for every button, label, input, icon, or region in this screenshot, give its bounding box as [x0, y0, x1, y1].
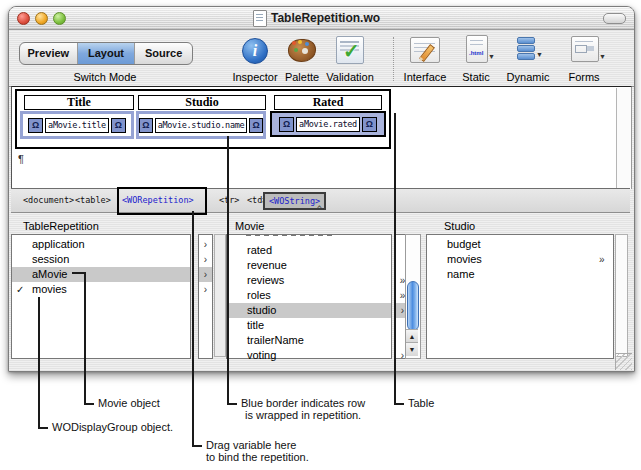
- static-label: Static: [453, 71, 499, 83]
- table-header-rated[interactable]: Rated: [274, 95, 382, 110]
- html-badge: .html: [469, 50, 483, 56]
- repetition-cell-rated-selected[interactable]: Ω aMovie.rated Ω: [270, 111, 386, 137]
- callout-line-wodisplaygroup: [38, 297, 48, 429]
- table-header-studio[interactable]: Studio: [138, 95, 266, 110]
- document-scrollbar-track[interactable]: [616, 88, 631, 188]
- list-item: session: [12, 252, 190, 267]
- movie-scrollbar[interactable]: ▲ ▼: [405, 234, 421, 359]
- segment-source[interactable]: Source: [135, 43, 192, 64]
- list-item: title: [227, 318, 391, 333]
- list-item: revenue: [227, 258, 391, 273]
- inspector-icon[interactable]: i: [242, 38, 268, 64]
- paragraph-mark: ¶: [18, 153, 24, 165]
- list-item: application: [12, 237, 190, 252]
- zoom-button[interactable]: [53, 12, 66, 25]
- interface-label: Interface: [399, 71, 451, 83]
- path-table[interactable]: <table>: [75, 195, 111, 205]
- wostring-element-icon[interactable]: Ω: [111, 118, 126, 133]
- callout-label: Movie object: [98, 397, 160, 409]
- callout-line-table: [394, 113, 404, 405]
- studio-list[interactable]: budget movies » name: [426, 234, 614, 359]
- binding-studio-name[interactable]: aMovie.studio.name: [155, 118, 248, 133]
- switch-mode-label: Switch Mode: [19, 71, 191, 83]
- toolbar-pill-button[interactable]: [603, 13, 626, 24]
- segment-layout[interactable]: Layout: [78, 43, 136, 64]
- wostring-element-icon[interactable]: Ω: [28, 118, 43, 133]
- movie-list[interactable]: rated revenue reviews roles studio title…: [226, 234, 392, 359]
- app-window: TableRepetition.wo Preview Layout Source…: [8, 6, 635, 372]
- static-icon[interactable]: .html ▼: [466, 35, 488, 63]
- column1-scrollbar-track[interactable]: [214, 234, 226, 357]
- window-bottom-band: [9, 357, 634, 371]
- palette-icon[interactable]: [288, 37, 315, 62]
- validation-label: Validation: [319, 71, 381, 83]
- dynamic-label: Dynamic: [501, 71, 555, 83]
- dynamic-icon[interactable]: ▼: [513, 36, 541, 61]
- wostring-element-icon[interactable]: Ω: [139, 118, 153, 133]
- inspector-label: Inspector: [227, 71, 283, 83]
- document-icon: [253, 10, 267, 27]
- list-item-selected: aMovie: [12, 267, 190, 282]
- chevron-down-icon: ▼: [599, 53, 606, 60]
- window-title: TableRepetition.wo: [271, 11, 380, 25]
- callout-label: Blue border indicates rowis wrapped in r…: [241, 397, 365, 421]
- list-item: movies »: [427, 252, 613, 267]
- screenshot-stage: TableRepetition.wo Preview Layout Source…: [0, 0, 641, 470]
- list-item: ✓movies: [12, 282, 190, 297]
- paint-dot-blue: [305, 42, 309, 46]
- studio-scrollbar-track[interactable]: [615, 234, 628, 357]
- repetition-cell-title[interactable]: Ω aMovie.title Ω: [20, 111, 134, 139]
- list-item: name: [427, 267, 613, 282]
- to-many-arrow: »: [599, 252, 605, 267]
- list-item: rated: [227, 243, 391, 258]
- table-header-title[interactable]: Title: [24, 95, 134, 110]
- palette-thumb-hole: [302, 48, 308, 54]
- callout-label: Drag variable hereto bind the repetition…: [206, 439, 309, 463]
- list-item: trailerName: [227, 333, 391, 348]
- list-item: budget: [427, 237, 613, 252]
- binding-rated[interactable]: aMovie.rated: [296, 117, 360, 132]
- list-item-selected: studio: [227, 303, 391, 318]
- document-editing-pane[interactable]: Title Studio Rated Ω aMovie.title Ω Ω aM…: [11, 86, 632, 189]
- callout-line-drag-variable: [192, 211, 202, 447]
- segment-preview[interactable]: Preview: [20, 43, 78, 64]
- callout-nub-amovie: [72, 272, 84, 274]
- chevron-down-icon: ▼: [488, 53, 495, 60]
- list-item: roles: [227, 288, 391, 303]
- minimize-button[interactable]: [35, 12, 48, 25]
- wostring-element-icon[interactable]: Ω: [249, 118, 263, 133]
- interface-icon[interactable]: [410, 37, 440, 63]
- callout-label: Table: [408, 397, 434, 409]
- toolbar: Preview Layout Source Switch Mode i Insp…: [9, 29, 634, 87]
- scroll-down-button[interactable]: ▼: [406, 342, 418, 356]
- wostring-element-icon[interactable]: Ω: [279, 117, 294, 132]
- forms-label: Forms: [561, 71, 607, 83]
- scroll-up-button[interactable]: ▲: [406, 329, 418, 343]
- scrollbar-thumb[interactable]: [407, 281, 419, 331]
- list-item: reviews: [227, 273, 391, 288]
- column-title-studio: Studio: [444, 220, 475, 232]
- callout-line-movie-object: [84, 272, 94, 405]
- wostring-element-icon[interactable]: Ω: [362, 117, 377, 132]
- validation-icon[interactable]: ✓: [336, 36, 364, 64]
- toolbar-divider: [393, 37, 395, 81]
- switch-mode-segmented-control: Preview Layout Source: [19, 42, 193, 65]
- close-button[interactable]: [17, 12, 30, 25]
- wo-table[interactable]: Title Studio Rated Ω aMovie.title Ω Ω aM…: [15, 89, 391, 149]
- paint-dot-yellow: [298, 40, 302, 44]
- green-check-icon: ✓: [343, 39, 360, 63]
- binding-title[interactable]: aMovie.title: [45, 118, 109, 133]
- path-document[interactable]: <document>: [23, 195, 74, 205]
- resize-grip[interactable]: [615, 353, 632, 370]
- callout-line-blue-border: [227, 136, 237, 405]
- checkmark-icon: ✓: [16, 282, 24, 297]
- column-title-tablerepetition: TableRepetition: [23, 220, 99, 232]
- forms-icon[interactable]: ▼: [571, 36, 599, 62]
- clipped-scrolled-row: [246, 234, 336, 236]
- paint-dot-red: [292, 41, 296, 45]
- column-title-movie: Movie: [235, 220, 264, 232]
- repetition-cell-studio[interactable]: Ω aMovie.studio.name Ω: [136, 111, 266, 139]
- title-bar[interactable]: TableRepetition.wo: [9, 7, 634, 30]
- paint-dot-green: [294, 48, 298, 52]
- callout-label: WODisplayGroup object.: [52, 421, 173, 433]
